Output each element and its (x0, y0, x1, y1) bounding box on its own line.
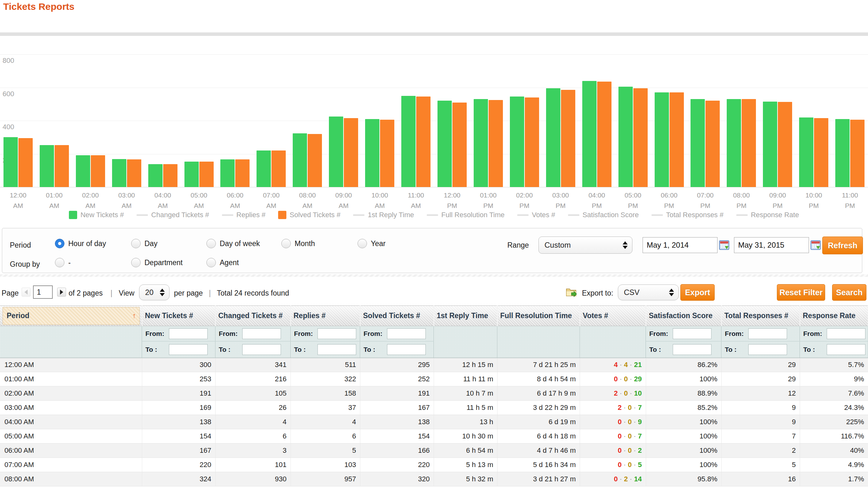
column-header-satisfaction-score[interactable]: Satisfaction Score (646, 306, 721, 326)
to-filter-input[interactable] (827, 344, 865, 355)
radio-option-hour-of-day[interactable]: Hour of day (55, 239, 106, 248)
from-filter-input[interactable] (169, 328, 208, 339)
legend-item-1st-reply-time[interactable]: 1st Reply Time (353, 211, 414, 219)
calendar-icon[interactable] (810, 240, 821, 250)
export-format-value: CSV (624, 288, 640, 297)
cell-full_resolution: 8 d 4 h 54 m (497, 372, 580, 387)
votes-positive: 7 (638, 403, 642, 411)
column-header-full-resolution-time[interactable]: Full Resolution Time (497, 306, 580, 326)
section-divider (0, 274, 868, 277)
column-header-replies[interactable]: Replies # (290, 306, 360, 326)
table-row-12-00-am: 12:00 AM30034151129512 h 15 m7 d 21 h 25… (0, 358, 868, 372)
votes-negative: 2 (618, 403, 622, 411)
from-filter-input[interactable] (748, 328, 787, 339)
refresh-button[interactable]: Refresh (822, 237, 863, 254)
votes-negative: 0 (618, 461, 622, 469)
from-filter-input[interactable] (317, 328, 356, 339)
legend-item-satisfaction-score[interactable]: Satisfaction Score (568, 211, 639, 219)
cell-votes: 0 · 0 · 29 (580, 372, 646, 387)
column-header-solved-tickets[interactable]: Solved Tickets # (360, 306, 434, 326)
radio-selected-icon[interactable] (55, 239, 64, 248)
cell-responses: 9 (721, 401, 800, 415)
from-filter-input[interactable] (673, 328, 711, 339)
column-header-period[interactable]: Period↑ (0, 306, 142, 326)
column-header-response-rate[interactable]: Response Rate (800, 306, 868, 326)
radio-option-agent[interactable]: Agent (206, 258, 239, 267)
from-filter-input[interactable] (242, 328, 281, 339)
radio-icon[interactable] (281, 239, 291, 248)
bar-solved-tickets-#-04:00 PM (597, 82, 612, 187)
x-axis-label: 11:00PM (832, 190, 868, 211)
radio-icon[interactable] (358, 239, 367, 248)
from-filter-input[interactable] (827, 328, 865, 339)
legend-item-total-responses-#[interactable]: Total Responses # (651, 211, 723, 219)
legend-item-new-tickets-#[interactable]: New Tickets # (69, 211, 124, 219)
votes-neutral: 2 (624, 475, 628, 483)
legend-item-replies-#[interactable]: Replies # (222, 211, 266, 219)
legend-item-votes-#[interactable]: Votes # (517, 211, 555, 219)
radio-option-year[interactable]: Year (358, 239, 385, 248)
legend-swatch-icon (222, 214, 234, 216)
cell-new: 300 (142, 358, 215, 372)
radio-icon[interactable] (206, 258, 216, 267)
reset-filter-button[interactable]: Reset Filter (777, 284, 825, 301)
legend-item-response-rate[interactable]: Response Rate (736, 211, 799, 219)
calendar-icon[interactable] (719, 240, 729, 250)
to-filter-input[interactable] (748, 344, 787, 355)
radio-option-department[interactable]: Department (131, 258, 183, 267)
date-from-input[interactable]: May 1, 2014 (643, 237, 717, 253)
radio-icon[interactable] (55, 258, 64, 267)
cell-changed: 101 (215, 458, 290, 472)
legend-item-full-resolution-time[interactable]: Full Resolution Time (427, 211, 504, 219)
filter-cell-full-resolution-time (497, 326, 580, 358)
radio-option-month[interactable]: Month (281, 239, 315, 248)
radio-option-day-of-week[interactable]: Day of week (206, 239, 260, 248)
column-header-1st-reply-time[interactable]: 1st Reply Time (434, 306, 497, 326)
x-axis-label: 08:00PM (723, 190, 760, 211)
date-to-input[interactable]: May 31, 2015 (734, 237, 809, 253)
bar-new-tickets-#-10:00 PM (799, 118, 813, 187)
to-filter-input[interactable] (673, 344, 711, 355)
cell-period: 04:00 AM (0, 415, 142, 429)
radio-icon[interactable] (206, 239, 216, 248)
search-button[interactable]: Search (832, 284, 866, 301)
votes-neutral: 0 (628, 418, 631, 426)
export-button[interactable]: Export (680, 284, 715, 301)
cell-response_rate: 7.6% (800, 387, 868, 401)
to-filter-input[interactable] (169, 344, 208, 355)
column-header-votes[interactable]: Votes # (580, 306, 646, 326)
radio-icon[interactable] (131, 258, 141, 267)
prev-page-button[interactable] (22, 288, 30, 297)
per-page-select[interactable]: 20 (139, 284, 169, 300)
to-filter-input[interactable] (317, 344, 356, 355)
radio-option-day[interactable]: Day (131, 239, 157, 248)
column-header-new-tickets[interactable]: New Tickets # (142, 306, 215, 326)
radio-option--[interactable]: - (55, 258, 71, 267)
from-filter-input[interactable] (387, 328, 426, 339)
column-header-changed-tickets[interactable]: Changed Tickets # (215, 306, 290, 326)
votes-neutral: 0 (628, 447, 631, 454)
bar-new-tickets-#-03:00 PM (546, 88, 560, 187)
bar-solved-tickets-#-11:00 AM (416, 96, 431, 187)
to-filter-input[interactable] (387, 344, 426, 355)
to-filter-input[interactable] (242, 344, 281, 355)
legend-label: Changed Tickets # (151, 211, 209, 219)
legend-label: Response Rate (751, 211, 799, 219)
to-label: To : (803, 346, 824, 354)
radio-label: Hour of day (68, 239, 106, 248)
legend-item-solved-tickets-#[interactable]: Solved Tickets # (278, 211, 340, 219)
cell-changed: 26 (215, 401, 290, 415)
range-select[interactable]: Custom (538, 237, 632, 254)
legend-item-changed-tickets-#[interactable]: Changed Tickets # (136, 211, 209, 219)
bar-group-03:00 AM (108, 159, 145, 187)
total-records-label: Total 24 records found (217, 289, 289, 298)
cell-new: 191 (142, 387, 215, 401)
export-format-select[interactable]: CSV (618, 284, 679, 300)
cell-solved: 191 (360, 387, 434, 401)
column-header-total-responses[interactable]: Total Responses # (721, 306, 800, 326)
radio-icon[interactable] (131, 239, 141, 248)
bar-solved-tickets-#-02:00 PM (525, 97, 539, 187)
chart-x-axis (0, 187, 868, 187)
next-page-button[interactable] (57, 288, 66, 297)
page-number-input[interactable]: 1 (33, 285, 53, 299)
